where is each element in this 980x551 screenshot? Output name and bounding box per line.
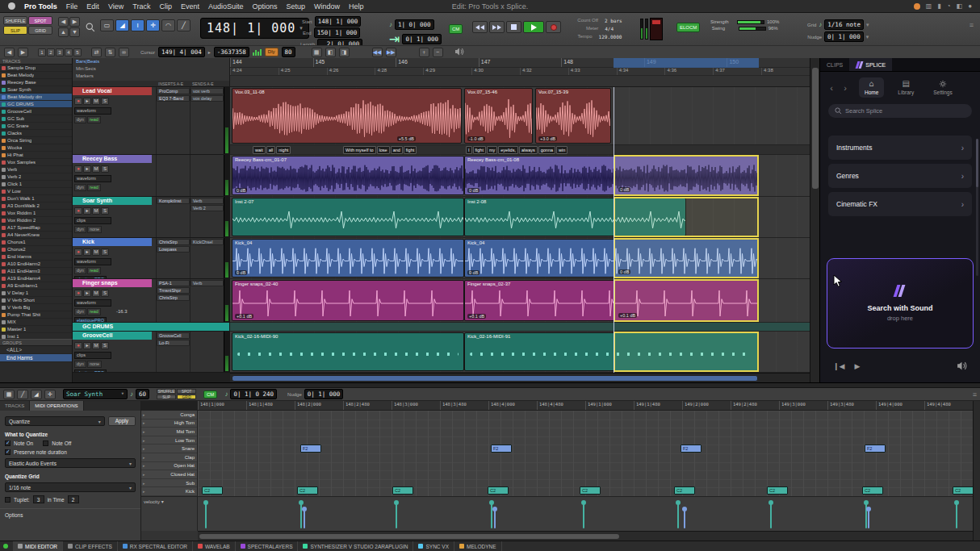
edit-mode-slip[interactable]: SLIP xyxy=(3,26,27,35)
strength-bar[interactable] xyxy=(737,20,764,24)
tracklist-item[interactable]: GC Sub xyxy=(0,115,72,123)
lyric-word[interactable]: and xyxy=(391,146,403,154)
mute-button[interactable]: M xyxy=(92,207,100,215)
tracklist-item[interactable]: MIX xyxy=(0,319,72,326)
expand-icon[interactable]: ▸ xyxy=(143,489,145,494)
menu-item-setup[interactable]: Setup xyxy=(287,2,306,10)
back-arrows-icon[interactable]: ◀◀ xyxy=(372,48,383,57)
automation-mode[interactable]: dynread xyxy=(74,267,101,274)
tracklist-item[interactable]: Chorus1 xyxy=(0,239,72,246)
splice-category-instruments[interactable]: Instruments› xyxy=(828,136,972,160)
clip-gain-badge[interactable]: -1.0 dB xyxy=(467,136,485,141)
elastic-events-select[interactable]: Elastic Audio Events▾ xyxy=(5,458,136,468)
audio-clip[interactable]: Vox.07_15-39+3.0 dB xyxy=(535,88,611,144)
tracklist-item[interactable]: Clacks xyxy=(0,130,72,137)
midi-mode-shuffle[interactable]: SHUFFLE xyxy=(157,389,176,394)
lyric-word[interactable]: all xyxy=(266,146,276,154)
tracklist-item[interactable]: GrooveCell xyxy=(0,108,72,115)
velocity-stem[interactable] xyxy=(304,509,305,528)
tracklist-item[interactable]: Hi Phat xyxy=(0,152,72,159)
expand-icon[interactable]: ▸ xyxy=(143,420,145,425)
midi-toolbar-menu-icon[interactable]: ≡ xyxy=(973,390,977,399)
insert-slot[interactable]: ProComp xyxy=(157,88,190,94)
midi-mode-grid[interactable]: GRID xyxy=(177,394,196,399)
zoom-in-button[interactable]: ▶ xyxy=(69,17,80,27)
tracklist-item[interactable]: A3 DontWalk 2 xyxy=(0,202,72,210)
insert-slot[interactable]: PSA-1 xyxy=(157,280,190,286)
velocity-lane[interactable] xyxy=(198,496,973,531)
input-monitor-button[interactable]: ▸ xyxy=(83,290,91,297)
track-view-selector[interactable]: waveform xyxy=(74,175,111,182)
tracklist-item[interactable]: V Verb Short xyxy=(0,297,72,304)
velocity-stem[interactable] xyxy=(677,503,679,528)
elocm-badge[interactable]: ELOCM xyxy=(676,23,700,32)
tracklist-item[interactable]: Pump That Shit xyxy=(0,311,72,319)
send-slot[interactable]: vox delay xyxy=(191,95,224,102)
vertical-scrollbar[interactable] xyxy=(810,58,819,382)
solo-button[interactable]: S xyxy=(101,165,109,173)
track-name[interactable]: Finger snaps xyxy=(73,279,152,287)
link-timeline-icon[interactable]: ⇄ xyxy=(91,48,102,57)
minsec-ruler[interactable]: 4:244:254:264:284:294:304:324:334:344:36… xyxy=(230,68,810,76)
ruler-minsec-label[interactable]: Min:Secs xyxy=(76,65,229,73)
statusbar-spectralayers[interactable]: SPECTRALAYERS xyxy=(236,541,299,551)
trim-tool-button[interactable]: ◢ xyxy=(115,19,129,31)
mirror-view-icon[interactable]: ◨ xyxy=(339,48,350,57)
drum-lane-mid-tom[interactable]: ▸Mid Tom xyxy=(141,428,197,436)
track-name[interactable]: Lead Vocal xyxy=(73,87,152,95)
clip-gain-badge[interactable]: 0 dB xyxy=(467,270,480,275)
grabber-tool-button[interactable]: ✛ xyxy=(44,390,56,399)
zoom-preset-4[interactable]: 4 xyxy=(65,48,73,56)
bars-ruler[interactable]: 144145146147148149150 xyxy=(230,58,810,68)
mute-button[interactable]: M xyxy=(92,98,100,105)
minus-button[interactable]: − xyxy=(433,48,443,57)
tracklist-item[interactable]: A4 NeverKnew xyxy=(0,232,72,239)
splice-nav-home[interactable]: ⌂Home xyxy=(859,77,884,98)
nav-right-button[interactable]: ▶ xyxy=(18,48,28,57)
expand-icon[interactable]: ▸ xyxy=(143,429,145,434)
splice-category-cinematic-fx[interactable]: Cinematic FX› xyxy=(828,192,972,216)
nudge-value[interactable]: 0| 1| 000 xyxy=(824,31,864,42)
expand-icon[interactable]: ▸ xyxy=(143,463,145,468)
vertical-scrollbar-thumb[interactable] xyxy=(812,68,819,189)
elastic-audio-plugin[interactable]: elastiquePRO xyxy=(74,317,107,323)
note-on-checkbox[interactable] xyxy=(5,440,10,446)
velocity-stem[interactable] xyxy=(300,503,302,528)
midi-nudge-value[interactable]: 0| 1| 000 xyxy=(304,389,344,399)
tracklist-item[interactable]: Wocka xyxy=(0,144,72,152)
clip-gain-badge[interactable]: 0 dB xyxy=(467,188,480,193)
tracklist-item[interactable]: A10 EndHarm2 xyxy=(0,261,72,268)
record-enable-button[interactable]: ● xyxy=(74,165,82,173)
control-center-icon[interactable]: ◧ xyxy=(957,2,963,10)
horizontal-scrollbar-thumb[interactable] xyxy=(232,375,758,382)
solo-button[interactable]: S xyxy=(101,98,109,105)
drum-lane-conga[interactable]: ▸Conga xyxy=(141,411,197,420)
statusbar-sync-vx[interactable]: SYNC VX xyxy=(413,541,454,551)
insert-slot[interactable]: GrooveCell xyxy=(157,332,190,339)
clip-gain-badge[interactable]: +3.0 dB xyxy=(538,136,557,141)
automation-mode[interactable]: dynread xyxy=(74,184,101,191)
tracklist-item[interactable]: Reecey Base xyxy=(0,79,72,86)
battery-icon[interactable]: ▮ xyxy=(937,2,940,10)
volume-icon[interactable] xyxy=(957,361,967,372)
velocity-stem[interactable] xyxy=(491,503,492,528)
menu-app-name[interactable]: Pro Tools xyxy=(24,2,57,10)
splice-category-genres[interactable]: Genres› xyxy=(828,164,972,188)
track-header-reecey-bass[interactable]: Reecey Bass●▸MSwaveformdynread xyxy=(73,155,230,197)
menu-item-clip[interactable]: Clip xyxy=(159,2,172,10)
input-monitor-button[interactable]: ▸ xyxy=(83,165,91,173)
tuplet-numerator-input[interactable]: 3 xyxy=(33,495,44,503)
solo-button[interactable]: S xyxy=(101,207,109,215)
count-off-value[interactable]: 2 bars xyxy=(605,17,622,24)
midi-note-c2[interactable]: C2 xyxy=(767,486,788,495)
velocity-stem[interactable] xyxy=(494,509,496,528)
send-slot[interactable]: Verb xyxy=(191,198,224,204)
note-off-checkbox[interactable] xyxy=(43,440,48,446)
trim-tool-button[interactable]: ◢ xyxy=(31,390,42,399)
track-header-finger-snaps[interactable]: Finger snaps●▸MSwaveformdynread-16.3elas… xyxy=(73,279,230,323)
expand-icon[interactable]: ▸ xyxy=(143,446,145,451)
splice-nav-settings[interactable]: Settings xyxy=(928,77,958,98)
track-view-selector[interactable]: clips xyxy=(74,352,111,359)
apple-menu-icon[interactable] xyxy=(8,2,15,10)
statusbar-midi-editor[interactable]: MIDI EDITOR xyxy=(13,541,63,551)
